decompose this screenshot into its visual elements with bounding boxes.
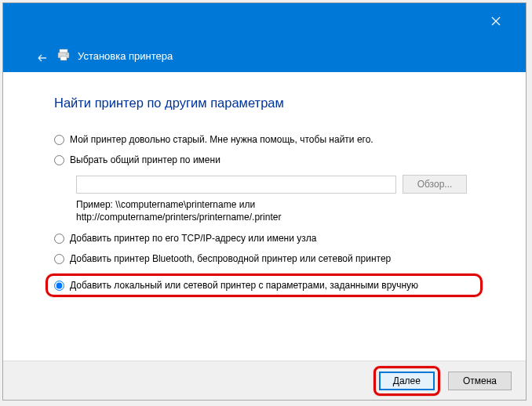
svg-rect-2: [60, 49, 67, 53]
shared-printer-input[interactable]: [76, 176, 396, 194]
option-tcpip[interactable]: Добавить принтер по его TCP/IP-адресу ил…: [54, 233, 475, 244]
svg-rect-4: [60, 56, 67, 60]
window-title: Установка принтера: [78, 50, 173, 62]
printer-icon: [56, 48, 72, 63]
close-icon: [491, 16, 501, 26]
option-local[interactable]: Добавить локальный или сетевой принтер с…: [54, 280, 474, 291]
footer-bar: Далее Отмена: [3, 361, 526, 400]
label-shared-printer[interactable]: Выбрать общий принтер по имени: [70, 154, 220, 165]
shared-printer-block: Обзор... Пример: \\computername\printern…: [76, 175, 475, 223]
option-local-highlight: Добавить локальный или сетевой принтер с…: [46, 274, 483, 297]
radio-local[interactable]: [54, 281, 64, 291]
svg-point-5: [66, 53, 67, 55]
radio-tcpip[interactable]: [54, 234, 64, 244]
content-area: Найти принтер по другим параметрам Мой п…: [3, 72, 526, 361]
example-text: Пример: \\computername\printername или h…: [76, 198, 475, 223]
label-tcpip[interactable]: Добавить принтер по его TCP/IP-адресу ил…: [70, 233, 316, 244]
dialog-window: Установка принтера Найти принтер по друг…: [2, 2, 527, 401]
label-local[interactable]: Добавить локальный или сетевой принтер с…: [70, 280, 418, 291]
radio-shared-printer[interactable]: [54, 155, 64, 165]
back-arrow-icon: [36, 52, 49, 64]
browse-button: Обзор...: [403, 175, 467, 194]
cancel-button[interactable]: Отмена: [448, 372, 512, 390]
option-shared-printer[interactable]: Выбрать общий принтер по имени: [54, 154, 475, 165]
radio-bluetooth[interactable]: [54, 254, 64, 264]
titlebar: Установка принтера: [3, 3, 526, 72]
example-line-2: http://computername/printers/printername…: [76, 211, 475, 223]
option-bluetooth[interactable]: Добавить принтер Bluetooth, беспроводной…: [54, 253, 475, 264]
next-button[interactable]: Далее: [379, 372, 435, 390]
example-line-1: Пример: \\computername\printername или: [76, 198, 475, 211]
next-button-highlight: Далее: [373, 366, 440, 396]
back-button[interactable]: [35, 50, 50, 66]
radio-old-printer[interactable]: [54, 135, 64, 145]
label-bluetooth[interactable]: Добавить принтер Bluetooth, беспроводной…: [70, 253, 391, 264]
option-old-printer[interactable]: Мой принтер довольно старый. Мне нужна п…: [54, 134, 475, 145]
page-heading: Найти принтер по другим параметрам: [54, 96, 475, 111]
label-old-printer[interactable]: Мой принтер довольно старый. Мне нужна п…: [70, 134, 373, 145]
close-button[interactable]: [480, 9, 512, 33]
